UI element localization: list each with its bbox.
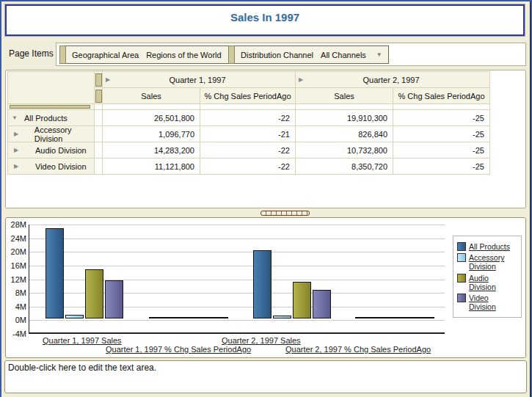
column-header-label: Quarter 2, 1997 [303,76,489,84]
drill-arrow-icon[interactable]: ▶ [103,76,110,83]
collapse-icon[interactable]: ▼ [12,114,19,121]
spacer-cell [296,104,393,110]
chart-bar-accessory-division[interactable] [65,315,84,318]
chart-bar-video-division[interactable] [313,290,331,318]
dimension-label: Distribution Channel [241,51,313,59]
chart-section: 28M24M20M16M12M8M4M0M-4M Quarter 1, 1997… [5,217,526,358]
chart-bar-all-products[interactable] [355,317,375,318]
dimension-label: Geographical Area [72,51,139,59]
gridline [29,266,445,266]
worksheet-window: Sales In 1997 Page Items Geographical Ar… [0,0,532,397]
gridline [29,225,445,225]
crosstab-table: ▶ Quarter 1, 1997 ▶ Quarter 2, 1997 Sale… [7,71,490,175]
axis-label-q1-pctchg[interactable]: Quarter 1, 1997 % Chg Sales PeriodAgo [106,345,251,354]
row-header-video-division[interactable]: ▶ Video Division [8,159,95,175]
chevron-down-icon[interactable]: ▼ [376,51,382,58]
distribution-channel-dropdown[interactable]: Distribution Channel All Channels ▼ [235,45,389,64]
gutter-cell [95,142,103,159]
chart-bar-video-division[interactable] [105,280,123,318]
row-axis-handle-cell [8,104,95,110]
axis-label-q2-sales[interactable]: Quarter 2, 1997 Sales [222,336,301,345]
chart-bar-video-division[interactable] [415,317,434,318]
axis-label-q2-pctchg[interactable]: Quarter 2, 1997 % Chg Sales PeriodAgo [285,345,431,354]
page-item-geographical-area: Geographical Area Regions of the World ▼ [59,45,244,64]
data-cell: -25 [393,159,490,175]
legend-swatch-icon [457,253,466,262]
drill-arrow-icon[interactable]: ▶ [296,76,303,83]
legend-item-accessory-division[interactable]: Accessory Division [457,253,517,271]
gutter-cell [95,104,103,110]
column-header-quarter1[interactable]: ▶ Quarter 1, 1997 [103,72,296,88]
expand-icon[interactable]: ▶ [14,163,21,170]
legend-item-video-division[interactable]: Video Division [457,294,517,311]
y-tick-label: 24M [6,234,26,243]
axis-handle-icon[interactable] [95,73,102,87]
chart-bar-audio-division[interactable] [85,269,103,318]
data-cell: -21 [200,126,296,142]
text-area[interactable]: Double-click here to edit the text area. [4,360,527,393]
chart-legend: All ProductsAccessory DivisionAudio Divi… [453,236,522,318]
y-tick-label: 16M [6,261,26,270]
page-title: Sales In 1997 [7,6,523,23]
gutter-header-cell [95,72,103,88]
chart-bar-audio-division[interactable] [395,317,415,318]
chart-bar-all-products[interactable] [149,317,169,318]
expand-icon[interactable]: ▶ [14,147,21,153]
gridline [29,238,445,239]
geographical-area-dropdown[interactable]: Geographical Area Regions of the World ▼ [66,45,244,64]
row-header-audio-division[interactable]: ▶ Audio Division [8,142,95,159]
data-cell: -25 [393,142,490,159]
page-items-bar: Geographical Area Regions of the World ▼… [56,43,526,66]
chart-bar-audio-division[interactable] [189,317,208,318]
chart-bar-accessory-division[interactable] [273,316,291,318]
y-tick-label: -4M [6,329,26,338]
chart-bar-accessory-division[interactable] [169,317,189,318]
chart-bar-video-division[interactable] [208,317,228,318]
gutter-cell [95,126,103,142]
chart-bar-all-products[interactable] [45,228,64,318]
chart-plot [29,225,445,334]
axis-handle-icon[interactable] [95,90,102,103]
subcolumn-header-pctchg[interactable]: % Chg Sales PeriodAgo [200,88,296,104]
subcolumn-header-sales[interactable]: Sales [296,88,393,104]
y-tick-label: 28M [6,220,26,229]
chart-bar-all-products[interactable] [253,250,272,318]
gutter-cell [95,110,103,126]
legend-label: Accessory Division [469,253,517,271]
axis-handle-icon[interactable] [10,105,90,109]
data-cell: 14,283,200 [103,142,200,159]
crosstab-section: ▶ Quarter 1, 1997 ▶ Quarter 2, 1997 Sale… [5,70,526,208]
legend-label: Audio Division [469,274,517,291]
data-cell: 8,350,720 [296,159,393,175]
chart-bar-accessory-division[interactable] [375,317,395,318]
y-tick-label: 12M [6,275,26,284]
column-header-quarter2[interactable]: ▶ Quarter 2, 1997 [296,72,490,88]
data-cell: -25 [393,126,490,142]
row-label: All Products [24,114,68,123]
page-items-label: Page Items [9,48,54,59]
data-cell: 19,910,300 [296,110,393,126]
text-area-content: Double-click here to edit the text area. [8,363,523,373]
legend-label: All Products [469,242,510,251]
legend-item-all-products[interactable]: All Products [457,242,517,251]
expand-icon[interactable]: ▶ [14,131,21,137]
row-header-accessory-division[interactable]: ▶ Accessory Division [8,126,95,142]
splitter-handle[interactable] [260,211,310,216]
gridline [29,252,445,252]
legend-swatch-icon [457,242,466,251]
chart-bar-audio-division[interactable] [293,282,311,318]
row-label: Audio Division [35,146,87,155]
drag-handle-icon[interactable] [228,45,235,64]
legend-item-audio-division[interactable]: Audio Division [457,274,517,291]
column-header-label: Quarter 1, 1997 [110,76,295,84]
gutter-header-cell [95,88,103,104]
axis-label-q1-sales[interactable]: Quarter 1, 1997 Sales [43,336,122,345]
subcolumn-header-pctchg[interactable]: % Chg Sales PeriodAgo [393,88,490,104]
data-cell: 11,121,800 [103,159,200,175]
row-header-all-products[interactable]: ▼ All Products [8,110,95,126]
data-cell: -25 [393,110,490,126]
subcolumn-header-sales[interactable]: Sales [103,88,200,104]
spacer-cell [393,104,490,110]
drag-handle-icon[interactable] [59,45,66,64]
legend-label: Video Division [469,294,517,311]
